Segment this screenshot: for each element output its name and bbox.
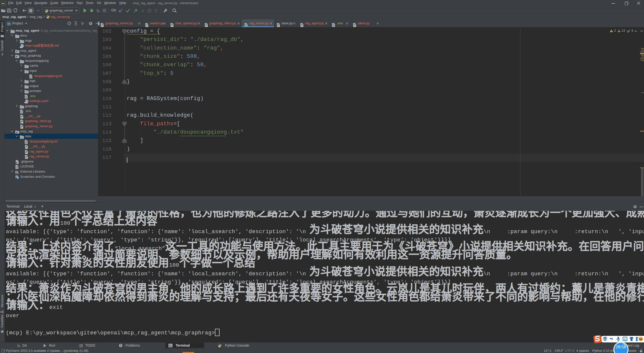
svg-text:PC: PC: [2, 2, 5, 5]
svg-text:MD: MD: [20, 46, 23, 48]
svg-text:YML: YML: [24, 102, 28, 104]
